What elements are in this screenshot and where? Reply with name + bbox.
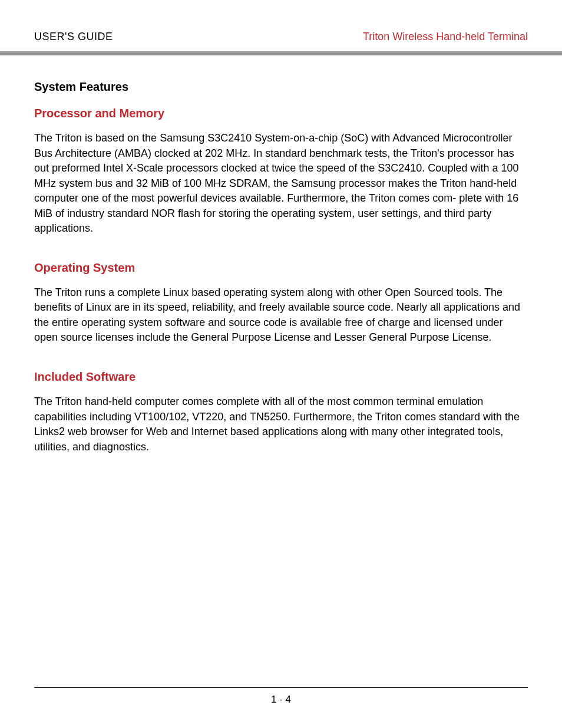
header-left-label: USER'S GUIDE xyxy=(34,31,113,43)
processor-body: The Triton is based on the Samsung S3C24… xyxy=(34,131,528,236)
processor-heading: Processor and Memory xyxy=(34,107,528,120)
software-heading: Included Software xyxy=(34,370,528,384)
header-right-label: Triton Wireless Hand-held Terminal xyxy=(363,31,528,43)
footer-rule xyxy=(34,687,528,688)
page-number: 1 - 4 xyxy=(0,694,562,706)
page-header: USER'S GUIDE Triton Wireless Hand-held T… xyxy=(0,0,562,51)
header-divider xyxy=(0,51,562,55)
os-heading: Operating System xyxy=(34,261,528,275)
software-body: The Triton hand-held computer comes comp… xyxy=(34,394,528,454)
page-content: System Features Processor and Memory The… xyxy=(0,55,562,454)
section-title: System Features xyxy=(34,80,528,94)
os-body: The Triton runs a complete Linux based o… xyxy=(34,285,528,345)
